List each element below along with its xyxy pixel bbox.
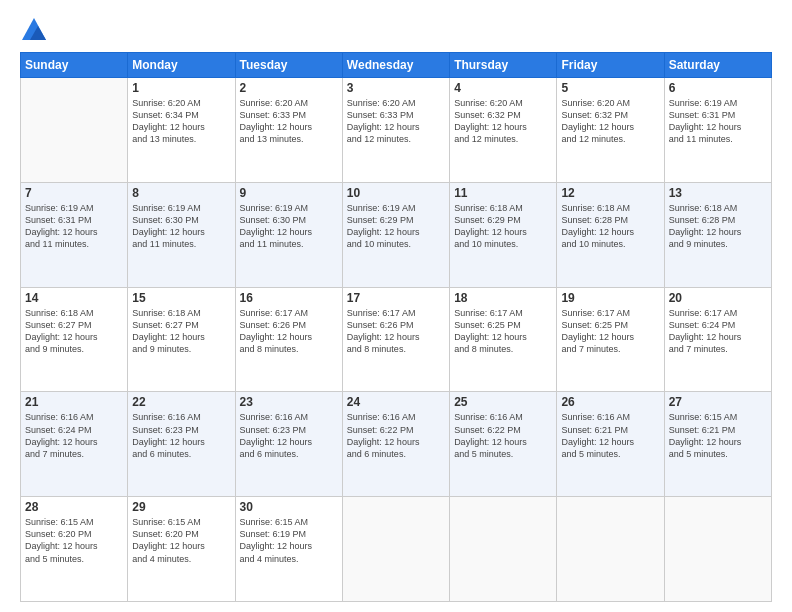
- day-number: 14: [25, 291, 123, 305]
- day-number: 4: [454, 81, 552, 95]
- calendar-cell: 1Sunrise: 6:20 AM Sunset: 6:34 PM Daylig…: [128, 78, 235, 183]
- calendar-week-row: 7Sunrise: 6:19 AM Sunset: 6:31 PM Daylig…: [21, 182, 772, 287]
- day-number: 10: [347, 186, 445, 200]
- calendar-week-row: 28Sunrise: 6:15 AM Sunset: 6:20 PM Dayli…: [21, 497, 772, 602]
- day-info: Sunrise: 6:16 AM Sunset: 6:22 PM Dayligh…: [454, 411, 552, 460]
- day-info: Sunrise: 6:16 AM Sunset: 6:22 PM Dayligh…: [347, 411, 445, 460]
- logo-icon: [20, 16, 48, 44]
- day-info: Sunrise: 6:19 AM Sunset: 6:31 PM Dayligh…: [25, 202, 123, 251]
- calendar-header-wednesday: Wednesday: [342, 53, 449, 78]
- day-info: Sunrise: 6:17 AM Sunset: 6:24 PM Dayligh…: [669, 307, 767, 356]
- calendar-cell: 4Sunrise: 6:20 AM Sunset: 6:32 PM Daylig…: [450, 78, 557, 183]
- calendar-cell: 17Sunrise: 6:17 AM Sunset: 6:26 PM Dayli…: [342, 287, 449, 392]
- calendar-cell: 8Sunrise: 6:19 AM Sunset: 6:30 PM Daylig…: [128, 182, 235, 287]
- calendar-cell: 22Sunrise: 6:16 AM Sunset: 6:23 PM Dayli…: [128, 392, 235, 497]
- day-info: Sunrise: 6:17 AM Sunset: 6:26 PM Dayligh…: [240, 307, 338, 356]
- day-number: 29: [132, 500, 230, 514]
- day-info: Sunrise: 6:15 AM Sunset: 6:20 PM Dayligh…: [25, 516, 123, 565]
- calendar-week-row: 1Sunrise: 6:20 AM Sunset: 6:34 PM Daylig…: [21, 78, 772, 183]
- day-number: 15: [132, 291, 230, 305]
- day-info: Sunrise: 6:15 AM Sunset: 6:20 PM Dayligh…: [132, 516, 230, 565]
- calendar-header-friday: Friday: [557, 53, 664, 78]
- day-info: Sunrise: 6:16 AM Sunset: 6:21 PM Dayligh…: [561, 411, 659, 460]
- day-info: Sunrise: 6:18 AM Sunset: 6:29 PM Dayligh…: [454, 202, 552, 251]
- calendar-cell: 24Sunrise: 6:16 AM Sunset: 6:22 PM Dayli…: [342, 392, 449, 497]
- day-number: 8: [132, 186, 230, 200]
- calendar-header-thursday: Thursday: [450, 53, 557, 78]
- day-info: Sunrise: 6:15 AM Sunset: 6:21 PM Dayligh…: [669, 411, 767, 460]
- day-number: 25: [454, 395, 552, 409]
- calendar-cell: 3Sunrise: 6:20 AM Sunset: 6:33 PM Daylig…: [342, 78, 449, 183]
- day-number: 20: [669, 291, 767, 305]
- day-number: 2: [240, 81, 338, 95]
- calendar-header-row: SundayMondayTuesdayWednesdayThursdayFrid…: [21, 53, 772, 78]
- day-number: 18: [454, 291, 552, 305]
- day-info: Sunrise: 6:16 AM Sunset: 6:23 PM Dayligh…: [240, 411, 338, 460]
- calendar-cell: 15Sunrise: 6:18 AM Sunset: 6:27 PM Dayli…: [128, 287, 235, 392]
- calendar-cell: 12Sunrise: 6:18 AM Sunset: 6:28 PM Dayli…: [557, 182, 664, 287]
- page: SundayMondayTuesdayWednesdayThursdayFrid…: [0, 0, 792, 612]
- calendar-cell: 9Sunrise: 6:19 AM Sunset: 6:30 PM Daylig…: [235, 182, 342, 287]
- day-number: 6: [669, 81, 767, 95]
- day-info: Sunrise: 6:19 AM Sunset: 6:31 PM Dayligh…: [669, 97, 767, 146]
- day-info: Sunrise: 6:18 AM Sunset: 6:28 PM Dayligh…: [669, 202, 767, 251]
- calendar-cell: 16Sunrise: 6:17 AM Sunset: 6:26 PM Dayli…: [235, 287, 342, 392]
- calendar-cell: 11Sunrise: 6:18 AM Sunset: 6:29 PM Dayli…: [450, 182, 557, 287]
- calendar-cell: [557, 497, 664, 602]
- calendar-cell: 21Sunrise: 6:16 AM Sunset: 6:24 PM Dayli…: [21, 392, 128, 497]
- day-info: Sunrise: 6:18 AM Sunset: 6:27 PM Dayligh…: [25, 307, 123, 356]
- day-number: 27: [669, 395, 767, 409]
- calendar-cell: 29Sunrise: 6:15 AM Sunset: 6:20 PM Dayli…: [128, 497, 235, 602]
- day-number: 16: [240, 291, 338, 305]
- calendar-cell: [664, 497, 771, 602]
- day-number: 19: [561, 291, 659, 305]
- calendar-cell: 10Sunrise: 6:19 AM Sunset: 6:29 PM Dayli…: [342, 182, 449, 287]
- calendar-cell: 2Sunrise: 6:20 AM Sunset: 6:33 PM Daylig…: [235, 78, 342, 183]
- day-info: Sunrise: 6:20 AM Sunset: 6:32 PM Dayligh…: [561, 97, 659, 146]
- calendar-cell: 25Sunrise: 6:16 AM Sunset: 6:22 PM Dayli…: [450, 392, 557, 497]
- day-number: 7: [25, 186, 123, 200]
- day-info: Sunrise: 6:17 AM Sunset: 6:26 PM Dayligh…: [347, 307, 445, 356]
- day-info: Sunrise: 6:20 AM Sunset: 6:33 PM Dayligh…: [347, 97, 445, 146]
- day-number: 1: [132, 81, 230, 95]
- day-info: Sunrise: 6:19 AM Sunset: 6:30 PM Dayligh…: [132, 202, 230, 251]
- day-number: 13: [669, 186, 767, 200]
- day-info: Sunrise: 6:20 AM Sunset: 6:33 PM Dayligh…: [240, 97, 338, 146]
- calendar-header-monday: Monday: [128, 53, 235, 78]
- day-number: 26: [561, 395, 659, 409]
- day-info: Sunrise: 6:20 AM Sunset: 6:32 PM Dayligh…: [454, 97, 552, 146]
- day-info: Sunrise: 6:18 AM Sunset: 6:28 PM Dayligh…: [561, 202, 659, 251]
- calendar-header-tuesday: Tuesday: [235, 53, 342, 78]
- day-info: Sunrise: 6:17 AM Sunset: 6:25 PM Dayligh…: [454, 307, 552, 356]
- calendar-header-sunday: Sunday: [21, 53, 128, 78]
- day-info: Sunrise: 6:17 AM Sunset: 6:25 PM Dayligh…: [561, 307, 659, 356]
- calendar-cell: 28Sunrise: 6:15 AM Sunset: 6:20 PM Dayli…: [21, 497, 128, 602]
- calendar-cell: 13Sunrise: 6:18 AM Sunset: 6:28 PM Dayli…: [664, 182, 771, 287]
- calendar-cell: 7Sunrise: 6:19 AM Sunset: 6:31 PM Daylig…: [21, 182, 128, 287]
- day-info: Sunrise: 6:15 AM Sunset: 6:19 PM Dayligh…: [240, 516, 338, 565]
- day-info: Sunrise: 6:19 AM Sunset: 6:30 PM Dayligh…: [240, 202, 338, 251]
- day-info: Sunrise: 6:20 AM Sunset: 6:34 PM Dayligh…: [132, 97, 230, 146]
- calendar-cell: 19Sunrise: 6:17 AM Sunset: 6:25 PM Dayli…: [557, 287, 664, 392]
- day-number: 9: [240, 186, 338, 200]
- calendar-cell: 14Sunrise: 6:18 AM Sunset: 6:27 PM Dayli…: [21, 287, 128, 392]
- day-number: 22: [132, 395, 230, 409]
- day-number: 17: [347, 291, 445, 305]
- day-number: 28: [25, 500, 123, 514]
- day-number: 12: [561, 186, 659, 200]
- calendar-week-row: 14Sunrise: 6:18 AM Sunset: 6:27 PM Dayli…: [21, 287, 772, 392]
- logo: [20, 16, 52, 44]
- calendar-cell: 20Sunrise: 6:17 AM Sunset: 6:24 PM Dayli…: [664, 287, 771, 392]
- day-number: 24: [347, 395, 445, 409]
- day-number: 30: [240, 500, 338, 514]
- header: [20, 16, 772, 44]
- day-info: Sunrise: 6:18 AM Sunset: 6:27 PM Dayligh…: [132, 307, 230, 356]
- day-info: Sunrise: 6:16 AM Sunset: 6:24 PM Dayligh…: [25, 411, 123, 460]
- calendar-cell: [342, 497, 449, 602]
- calendar-cell: [21, 78, 128, 183]
- calendar-cell: 27Sunrise: 6:15 AM Sunset: 6:21 PM Dayli…: [664, 392, 771, 497]
- day-number: 23: [240, 395, 338, 409]
- calendar-table: SundayMondayTuesdayWednesdayThursdayFrid…: [20, 52, 772, 602]
- calendar-cell: 6Sunrise: 6:19 AM Sunset: 6:31 PM Daylig…: [664, 78, 771, 183]
- day-number: 5: [561, 81, 659, 95]
